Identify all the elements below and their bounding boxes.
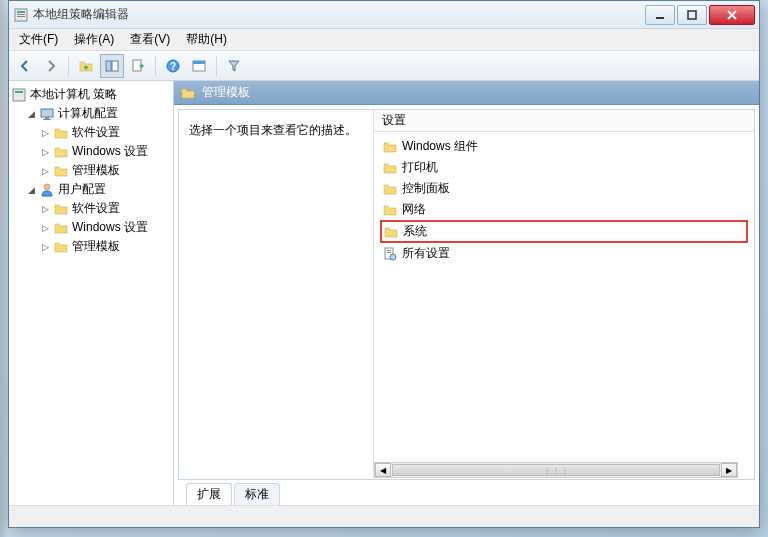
window-controls bbox=[643, 5, 755, 25]
list-item-all-settings[interactable]: 所有设置 bbox=[380, 243, 748, 264]
settings-list[interactable]: Windows 组件 打印机 控制面板 网络 bbox=[374, 132, 754, 479]
expand-icon[interactable]: ▷ bbox=[39, 127, 51, 139]
tree-uc-templates[interactable]: ▷ 管理模板 bbox=[39, 237, 171, 256]
expand-icon[interactable]: ▷ bbox=[39, 165, 51, 177]
folder-icon bbox=[53, 201, 69, 217]
window-title: 本地组策略编辑器 bbox=[33, 6, 643, 23]
toolbar: ? bbox=[9, 51, 759, 81]
properties-button[interactable] bbox=[187, 54, 211, 78]
svg-rect-12 bbox=[193, 61, 205, 64]
scroll-right-button[interactable]: ▶ bbox=[721, 463, 737, 477]
app-icon bbox=[13, 7, 29, 23]
statusbar bbox=[9, 505, 759, 527]
horizontal-scrollbar[interactable]: ◀ ⋮⋮⋮ ▶ bbox=[374, 462, 738, 478]
content-header: 管理模板 bbox=[174, 81, 759, 105]
folder-icon bbox=[53, 163, 69, 179]
filter-button[interactable] bbox=[222, 54, 246, 78]
list-item-control-panel[interactable]: 控制面板 bbox=[380, 178, 748, 199]
tree-uc-windows[interactable]: ▷ Windows 设置 bbox=[39, 218, 171, 237]
svg-rect-4 bbox=[656, 17, 664, 19]
back-button[interactable] bbox=[13, 54, 37, 78]
folder-icon bbox=[53, 220, 69, 236]
settings-icon bbox=[382, 246, 398, 262]
expand-icon[interactable]: ▷ bbox=[39, 222, 51, 234]
menu-help[interactable]: 帮助(H) bbox=[178, 29, 235, 50]
settings-list-column: 设置 Windows 组件 打印机 控制面板 bbox=[374, 110, 754, 479]
tab-standard[interactable]: 标准 bbox=[234, 483, 280, 505]
content-body: 选择一个项目来查看它的描述。 设置 Windows 组件 打印机 bbox=[178, 109, 755, 480]
svg-text:?: ? bbox=[170, 61, 176, 72]
expand-icon[interactable]: ▷ bbox=[39, 241, 51, 253]
up-button[interactable] bbox=[74, 54, 98, 78]
tree-uc-software[interactable]: ▷ 软件设置 bbox=[39, 199, 171, 218]
folder-icon bbox=[180, 85, 196, 101]
horizontal-scroll-area: ◀ ⋮⋮⋮ ▶ bbox=[179, 461, 754, 479]
expand-icon[interactable]: ▷ bbox=[39, 203, 51, 215]
folder-icon bbox=[53, 125, 69, 141]
svg-rect-5 bbox=[688, 11, 696, 19]
svg-rect-17 bbox=[43, 119, 51, 120]
svg-rect-2 bbox=[17, 14, 25, 15]
gpedit-window: 本地组策略编辑器 文件(F) 操作(A) 查看(V) 帮助(H) ? 本地计算机… bbox=[8, 0, 760, 528]
list-item-printers[interactable]: 打印机 bbox=[380, 157, 748, 178]
policy-icon bbox=[11, 87, 27, 103]
list-item-network[interactable]: 网络 bbox=[380, 199, 748, 220]
close-button[interactable] bbox=[709, 5, 755, 25]
export-list-button[interactable] bbox=[126, 54, 150, 78]
svg-rect-7 bbox=[112, 61, 118, 71]
minimize-button[interactable] bbox=[645, 5, 675, 25]
svg-point-18 bbox=[44, 184, 50, 190]
svg-rect-16 bbox=[45, 117, 49, 119]
user-icon bbox=[39, 182, 55, 198]
svg-rect-15 bbox=[41, 109, 53, 117]
svg-rect-6 bbox=[106, 61, 111, 71]
svg-rect-20 bbox=[387, 250, 391, 251]
column-header-settings[interactable]: 设置 bbox=[374, 110, 754, 132]
svg-rect-3 bbox=[17, 16, 25, 17]
scroll-left-button[interactable]: ◀ bbox=[375, 463, 391, 477]
tree-panel[interactable]: 本地计算机 策略 ◢ 计算机配置 ▷ 软件设置 ▷ bbox=[9, 81, 174, 505]
tree-root[interactable]: 本地计算机 策略 bbox=[11, 85, 171, 104]
computer-icon bbox=[39, 106, 55, 122]
svg-rect-14 bbox=[15, 91, 23, 93]
tree-computer-config[interactable]: ◢ 计算机配置 bbox=[25, 104, 171, 123]
description-text: 选择一个项目来查看它的描述。 bbox=[189, 123, 357, 137]
show-hide-tree-button[interactable] bbox=[100, 54, 124, 78]
folder-icon bbox=[382, 139, 398, 155]
tab-extended[interactable]: 扩展 bbox=[186, 483, 232, 505]
menu-action[interactable]: 操作(A) bbox=[66, 29, 122, 50]
description-column: 选择一个项目来查看它的描述。 bbox=[179, 110, 374, 479]
content-title: 管理模板 bbox=[202, 84, 250, 101]
folder-icon bbox=[382, 202, 398, 218]
folder-icon bbox=[53, 144, 69, 160]
menu-view[interactable]: 查看(V) bbox=[122, 29, 178, 50]
collapse-icon[interactable]: ◢ bbox=[25, 108, 37, 120]
svg-point-22 bbox=[390, 254, 396, 260]
menu-file[interactable]: 文件(F) bbox=[11, 29, 66, 50]
titlebar[interactable]: 本地组策略编辑器 bbox=[9, 1, 759, 29]
tree-cc-windows[interactable]: ▷ Windows 设置 bbox=[39, 142, 171, 161]
view-tabs: 扩展 标准 bbox=[174, 483, 759, 505]
collapse-icon[interactable]: ◢ bbox=[25, 184, 37, 196]
scroll-thumb[interactable]: ⋮⋮⋮ bbox=[392, 464, 720, 476]
main-area: 本地计算机 策略 ◢ 计算机配置 ▷ 软件设置 ▷ bbox=[9, 81, 759, 505]
folder-icon bbox=[383, 224, 399, 240]
tree-cc-templates[interactable]: ▷ 管理模板 bbox=[39, 161, 171, 180]
content-panel: 管理模板 选择一个项目来查看它的描述。 设置 Windows 组件 bbox=[174, 81, 759, 505]
list-item-windows-components[interactable]: Windows 组件 bbox=[380, 136, 748, 157]
maximize-button[interactable] bbox=[677, 5, 707, 25]
svg-rect-13 bbox=[13, 89, 25, 101]
folder-icon bbox=[382, 181, 398, 197]
expand-icon[interactable]: ▷ bbox=[39, 146, 51, 158]
forward-button[interactable] bbox=[39, 54, 63, 78]
svg-rect-1 bbox=[17, 11, 25, 13]
help-button[interactable]: ? bbox=[161, 54, 185, 78]
tree-user-config[interactable]: ◢ 用户配置 bbox=[25, 180, 171, 199]
svg-rect-21 bbox=[387, 252, 391, 253]
tree-cc-software[interactable]: ▷ 软件设置 bbox=[39, 123, 171, 142]
list-item-system[interactable]: 系统 bbox=[380, 220, 748, 243]
folder-icon bbox=[53, 239, 69, 255]
menubar: 文件(F) 操作(A) 查看(V) 帮助(H) bbox=[9, 29, 759, 51]
folder-icon bbox=[382, 160, 398, 176]
